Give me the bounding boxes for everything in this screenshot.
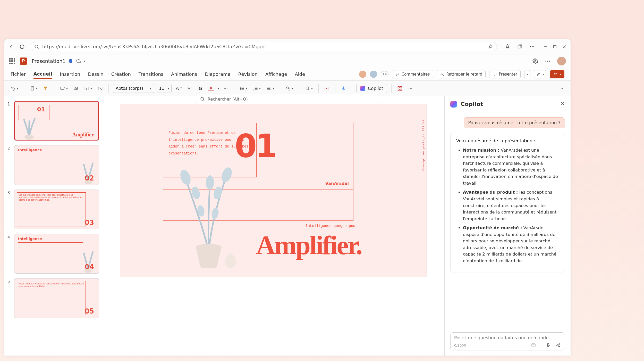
- search-placeholder: Rechercher (Alt+Q): [208, 97, 248, 102]
- slide[interactable]: Fusion du contenu Premium et de l'intell…: [120, 104, 427, 277]
- presence-avatar[interactable]: [359, 71, 366, 78]
- refresh-icon[interactable]: [19, 44, 25, 50]
- numbering-button[interactable]: 123▾: [251, 84, 262, 93]
- slide-thumbnail[interactable]: Les expériences personnalisées sont adap…: [14, 190, 99, 229]
- comments-button[interactable]: Commentaires: [392, 70, 433, 78]
- find-button[interactable]: ▾: [303, 84, 314, 93]
- more-commands-button[interactable]: ⋯: [406, 84, 414, 93]
- present-label: Présenter: [499, 72, 517, 77]
- tab-review[interactable]: Révision: [238, 70, 258, 78]
- maximize-button[interactable]: [552, 44, 558, 50]
- close-button[interactable]: [561, 44, 567, 50]
- comment-icon: [395, 72, 400, 76]
- copilot-input-field[interactable]: [454, 335, 561, 340]
- svg-point-9: [547, 61, 548, 62]
- gear-icon[interactable]: [532, 58, 538, 64]
- editing-mode-button[interactable]: ▾: [534, 70, 546, 78]
- slide-thumbnail[interactable]: Intelligence 04: [14, 234, 99, 274]
- copilot-label: Copilot: [368, 86, 383, 91]
- copilot-bullet: Notre mission : VanArsdel est une entrep…: [463, 147, 559, 186]
- minimize-button[interactable]: [543, 44, 548, 50]
- microphone-icon[interactable]: [546, 343, 551, 348]
- copilot-button[interactable]: Copilot: [356, 84, 387, 93]
- tab-draw[interactable]: Dessin: [88, 70, 104, 78]
- svg-point-49: [220, 166, 234, 184]
- slide-thumbnail[interactable]: 01 Amplifier.: [14, 101, 99, 141]
- shapes-button[interactable]: ▾: [284, 84, 295, 93]
- avatar[interactable]: [557, 57, 566, 65]
- undo-button[interactable]: ▾: [9, 84, 20, 93]
- tab-transitions[interactable]: Transitions: [139, 70, 163, 78]
- slide-title: Amplifier.: [256, 230, 362, 260]
- font-color-dropdown[interactable]: ▾: [218, 87, 219, 90]
- grow-font-button[interactable]: A^: [174, 84, 184, 93]
- tab-design[interactable]: Création: [111, 70, 131, 78]
- font-name-select[interactable]: Aptos (corps)▾: [113, 84, 154, 93]
- slide-canvas-area[interactable]: Fusion du contenu Premium et de l'intell…: [102, 96, 444, 356]
- more-icon[interactable]: [545, 58, 550, 64]
- copilot-bullet: Avantages du produit : les conceptions V…: [463, 189, 559, 222]
- present-dropdown[interactable]: ▾: [524, 70, 530, 78]
- card-icon[interactable]: [531, 343, 536, 348]
- layout-button[interactable]: ▾: [83, 84, 94, 93]
- slide-thumbnail[interactable]: Focus atteint le niveau de concentration…: [14, 278, 99, 318]
- font-size-value: 11: [159, 86, 164, 91]
- svg-rect-40: [343, 86, 344, 89]
- ribbon-toggle-button[interactable]: ▾: [558, 84, 566, 93]
- grid-view-button[interactable]: [396, 84, 404, 93]
- section-button[interactable]: [96, 84, 104, 93]
- dictate-button[interactable]: [340, 84, 348, 93]
- copilot-user-message: Pouvez-vous résumer cette présentation ?: [464, 117, 565, 128]
- favorites-icon[interactable]: [505, 44, 510, 50]
- presence-avatar[interactable]: [370, 71, 377, 78]
- tab-slideshow[interactable]: Diaporama: [205, 70, 230, 78]
- shrink-font-button[interactable]: Aˇ: [186, 84, 194, 93]
- format-painter-button[interactable]: [42, 84, 50, 93]
- align-button[interactable]: ▾: [265, 84, 276, 93]
- tab-view[interactable]: Affichage: [265, 70, 287, 78]
- catchup-button[interactable]: Rattraper le retard: [437, 70, 486, 78]
- collections-icon[interactable]: [517, 44, 523, 50]
- more-icon[interactable]: [529, 44, 535, 50]
- document-title[interactable]: Présentation1 ▾: [32, 58, 85, 64]
- chevron-down-icon[interactable]: ▾: [83, 59, 85, 63]
- copilot-title: Copilot: [461, 101, 483, 107]
- present-button[interactable]: Présenter: [489, 70, 521, 78]
- thumb-number: 5: [7, 278, 12, 318]
- send-icon[interactable]: [555, 342, 561, 348]
- bold-button[interactable]: G: [197, 84, 204, 93]
- svg-point-3: [532, 46, 533, 47]
- app-launcher-icon[interactable]: [9, 58, 15, 64]
- tab-animations[interactable]: Animations: [171, 70, 197, 78]
- close-icon[interactable]: [560, 101, 565, 107]
- presence-more-badge[interactable]: +4: [381, 71, 388, 77]
- back-icon[interactable]: [8, 44, 14, 50]
- tab-file[interactable]: Fichier: [11, 70, 26, 78]
- bullets-button[interactable]: ▾: [238, 84, 249, 93]
- url-input[interactable]: [42, 44, 485, 49]
- slide-thumbnail[interactable]: Intelligence 02: [14, 145, 99, 185]
- thumb-number: 2: [7, 145, 12, 185]
- copilot-input[interactable]: 0/2000: [450, 332, 565, 350]
- thumbnail-panel[interactable]: 1 01 Amplifier. 2 Intelligence: [4, 96, 102, 356]
- share-button[interactable]: ▾: [550, 70, 564, 78]
- tab-help[interactable]: Aide: [295, 70, 305, 78]
- more-font-button[interactable]: ⋯: [222, 84, 230, 93]
- designer-button[interactable]: [323, 84, 331, 93]
- font-color-button[interactable]: A: [207, 84, 215, 93]
- paste-button[interactable]: ▾: [28, 84, 39, 93]
- ribbon-tabs: Fichier Accueil Insertion Dessin Créatio…: [4, 68, 571, 81]
- new-slide-button[interactable]: ▾: [58, 84, 69, 93]
- tab-insert[interactable]: Insertion: [60, 70, 80, 78]
- svg-rect-16: [61, 87, 64, 89]
- browser-url-bar: [4, 39, 571, 54]
- font-name-value: Aptos (corps): [116, 86, 143, 91]
- star-add-icon[interactable]: [488, 44, 494, 50]
- copilot-body: Pouvez-vous résumer cette présentation ?…: [445, 112, 571, 356]
- reuse-slides-button[interactable]: [72, 84, 80, 93]
- url-field[interactable]: [31, 42, 497, 51]
- font-size-select[interactable]: 11▾: [157, 84, 172, 93]
- tab-home[interactable]: Accueil: [33, 70, 52, 79]
- search-box[interactable]: Rechercher (Alt+Q): [196, 94, 379, 104]
- svg-point-2: [530, 46, 531, 47]
